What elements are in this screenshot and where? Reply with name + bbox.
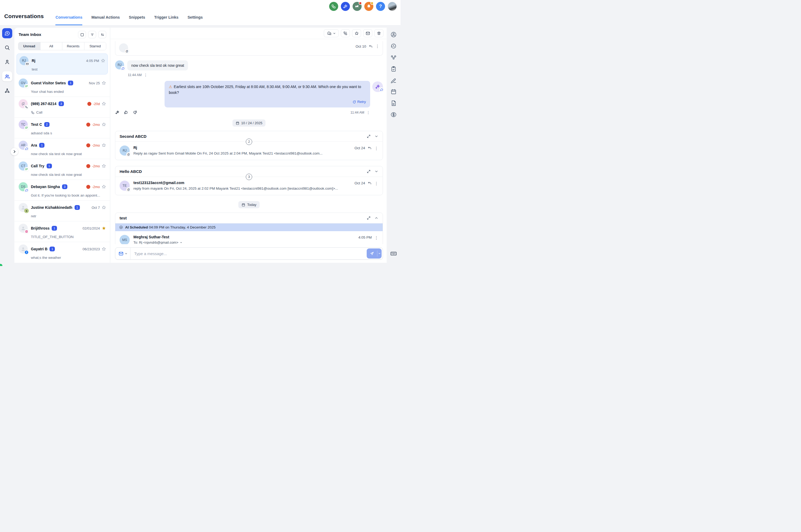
message-time: 11:44 AM <box>350 111 364 114</box>
automation-icon[interactable] <box>2 86 12 96</box>
retry-button[interactable]: Retry <box>169 99 366 105</box>
kebab-menu-icon[interactable]: ⋮ <box>375 181 378 186</box>
overdue-dot <box>87 102 91 106</box>
email-card-hello-abcd[interactable]: Hello ABCD 3 TE @ test123123accnt@gmail.… <box>115 166 383 195</box>
tab-trigger-links[interactable]: Trigger Links <box>154 15 178 25</box>
email-card-partial[interactable]: @ Oct 10 ⋮ <box>115 41 383 56</box>
kebab-menu-icon[interactable]: ⋮ <box>375 146 378 151</box>
star-icon[interactable] <box>102 247 106 251</box>
overdue-dot <box>86 185 90 189</box>
star-icon-filled[interactable] <box>102 226 106 231</box>
star-icon[interactable] <box>102 184 106 189</box>
calendar-icon[interactable] <box>390 89 397 95</box>
sms-channel-icon <box>24 146 29 151</box>
user-avatar[interactable] <box>388 2 397 11</box>
kebab-menu-icon[interactable]: ⋮ <box>375 235 378 240</box>
left-rail <box>0 25 14 266</box>
sort-button[interactable] <box>98 31 106 38</box>
reply-icon[interactable] <box>368 146 372 150</box>
documents-icon[interactable] <box>390 100 397 107</box>
new-conversation-icon[interactable] <box>2 28 12 38</box>
contact-name: Ara <box>31 143 37 147</box>
star-icon[interactable] <box>102 143 106 148</box>
connections-icon[interactable] <box>390 54 397 61</box>
phone-dialer-button[interactable] <box>329 2 338 11</box>
email-channel-icon <box>25 62 30 66</box>
chevron-down-icon[interactable] <box>375 134 378 138</box>
expand-icon[interactable] <box>367 169 371 173</box>
list-item-989-267-8214[interactable]: (2 (989) 267-8214 3 -20d Call <box>14 97 110 117</box>
call-button[interactable] <box>341 29 350 37</box>
star-icon[interactable] <box>102 101 106 106</box>
list-item-justine[interactable]: s Justine Kizhakkinedath 1 Oct 7 retr <box>14 200 110 221</box>
kebab-menu-icon[interactable]: ⋮ <box>366 110 370 115</box>
list-item-brijithross[interactable]: Brijithross 1 02/01/2024 TITLE_OF_THE_BU… <box>14 221 110 242</box>
expand-icon[interactable] <box>367 216 371 220</box>
thumbs-down-icon[interactable] <box>133 110 137 115</box>
ai-message-bubble: ⚠Earliest slots are 10th October 2025, F… <box>165 81 370 108</box>
message-input[interactable] <box>130 251 367 256</box>
email-recipient[interactable]: To: Rj <rgvndrb@gmail.com> <box>133 241 355 244</box>
star-icon[interactable] <box>101 58 106 63</box>
tasks-icon[interactable] <box>390 66 397 72</box>
reply-icon[interactable] <box>368 181 372 185</box>
contact-details-icon[interactable] <box>390 32 397 38</box>
timestamp: -20d <box>93 102 100 106</box>
list-item-test-c[interactable]: TC Test C 2 -2mo adsasd sda s <box>14 117 110 138</box>
select-all-checkbox-button[interactable] <box>78 31 86 38</box>
expand-icon[interactable] <box>367 134 371 138</box>
star-icon[interactable] <box>102 205 106 210</box>
payments-icon[interactable] <box>390 111 397 118</box>
delete-button[interactable] <box>375 29 383 37</box>
star-conversation-button[interactable] <box>352 29 361 37</box>
thumbs-up-icon[interactable] <box>124 110 128 115</box>
email-snippet: Reply as ragav Sent from Gmail Mobile On… <box>133 151 351 155</box>
notes-icon[interactable] <box>390 77 397 83</box>
star-icon[interactable] <box>102 164 106 168</box>
list-item-gayatri[interactable]: f Gayatri B 1 06/23/2023 what;s the weat… <box>14 242 110 263</box>
tab-conversations[interactable]: Conversations <box>55 15 82 25</box>
send-button[interactable] <box>367 248 382 259</box>
filter-tab-all[interactable]: All <box>40 42 62 50</box>
star-icon[interactable] <box>102 122 106 127</box>
list-item-rj[interactable]: RJ Rj 4:05 PM test <box>17 54 108 75</box>
chevron-down-icon[interactable] <box>375 169 378 173</box>
star-icon[interactable] <box>102 81 106 86</box>
email-card-second-abcd[interactable]: Second ABCD 2 RJ @ Rj Reply as r <box>115 131 383 160</box>
filter-tab-recents[interactable]: Recents <box>62 42 84 50</box>
shopify-channel-icon: s <box>24 209 29 213</box>
list-item-guest-visitor[interactable]: GV Guest Visitor Swtes 1 Nov 25 Your cha… <box>14 76 110 97</box>
conversation-type-dropdown[interactable] <box>324 29 339 37</box>
notifications-button[interactable] <box>364 2 374 11</box>
kebab-menu-icon[interactable]: ⋮ <box>376 44 380 49</box>
history-icon[interactable] <box>390 43 397 49</box>
list-item-debayan-singha[interactable]: DS Debayan Singha 3 -2mo Got it. If you'… <box>14 179 110 200</box>
avatar: RJ <box>19 56 29 65</box>
filter-tab-unread[interactable]: Unread <box>18 42 40 50</box>
list-item-call-try[interactable]: CT Call Try 1 -2mo now check sla test ok… <box>14 159 110 179</box>
date-separator-today: Today <box>238 201 260 208</box>
filter-button[interactable] <box>88 31 96 38</box>
announcements-button[interactable] <box>352 2 362 11</box>
ai-assistant-button[interactable] <box>341 2 350 11</box>
tab-manual-actions[interactable]: Manual Actions <box>91 15 120 25</box>
keyboard-icon[interactable] <box>390 250 397 257</box>
tab-snippets[interactable]: Snippets <box>129 15 145 25</box>
list-item-ara[interactable]: AR Ara 1 -2mo now check sla test ok now … <box>14 138 110 159</box>
team-inbox-icon[interactable] <box>2 71 12 81</box>
collapse-list-button[interactable] <box>11 148 18 155</box>
search-icon[interactable] <box>2 42 12 53</box>
tab-settings[interactable]: Settings <box>187 15 203 25</box>
ai-sparkle-icon[interactable] <box>115 110 120 115</box>
filter-tab-starred[interactable]: Starred <box>84 42 106 50</box>
reply-icon[interactable] <box>369 44 373 49</box>
channel-select-dropdown[interactable] <box>115 248 130 259</box>
email-card-test-scheduled[interactable]: test AI Scheduled 04:09 PM on Thursday, … <box>115 212 383 244</box>
kebab-menu-icon[interactable]: ⋮ <box>144 73 147 77</box>
snippet: Call <box>31 110 106 114</box>
help-button[interactable]: ? <box>376 2 385 11</box>
unread-count-badge: 1 <box>47 164 52 168</box>
email-button[interactable] <box>363 29 372 37</box>
contacts-icon[interactable] <box>2 57 12 67</box>
chevron-up-icon[interactable] <box>375 216 378 220</box>
